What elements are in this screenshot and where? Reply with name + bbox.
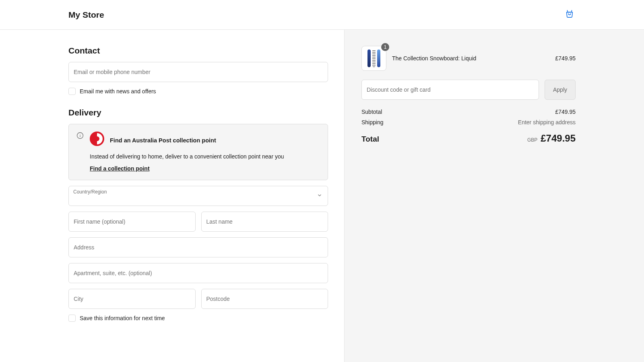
subtotal-label: Subtotal — [361, 109, 382, 115]
address-input[interactable] — [68, 237, 328, 257]
apartment-input[interactable] — [68, 263, 328, 283]
shipping-label: Shipping — [361, 119, 384, 125]
subtotal-value: £749.95 — [555, 109, 576, 115]
news-offers-label: Email me with news and offers — [80, 88, 156, 95]
postcode-input[interactable] — [201, 289, 328, 309]
shipping-value: Enter shipping address — [518, 119, 576, 125]
city-input[interactable] — [68, 289, 196, 309]
product-title: The Collection Snowboard: Liquid — [392, 55, 549, 62]
contact-section: Contact Email me with news and offers — [68, 46, 328, 95]
collection-point-notice: Find an Australia Post collection point … — [68, 124, 328, 180]
shopping-bag-icon — [565, 14, 574, 20]
page-header: My Store — [0, 0, 644, 30]
svg-point-2 — [80, 134, 80, 134]
product-thumbnail: 1 — [361, 46, 386, 71]
currency-code: GBP — [527, 137, 537, 143]
save-info-checkbox[interactable] — [68, 315, 76, 322]
save-info-label: Save this information for next time — [80, 315, 165, 321]
news-offers-checkbox[interactable] — [68, 88, 76, 95]
cart-line-item: 1 The Collection Snowboard: Liquid £749.… — [361, 46, 576, 71]
apply-discount-button[interactable]: Apply — [545, 80, 576, 100]
info-icon — [76, 132, 84, 172]
total-label: Total — [361, 135, 379, 144]
line-item-price: £749.95 — [555, 55, 576, 62]
news-offers-row[interactable]: Email me with news and offers — [68, 88, 328, 95]
country-select[interactable] — [68, 186, 328, 206]
contact-title: Contact — [68, 46, 328, 56]
first-name-input[interactable] — [68, 212, 196, 232]
save-info-row[interactable]: Save this information for next time — [68, 315, 328, 322]
collection-point-desc: Instead of delivering to home, deliver t… — [90, 153, 320, 160]
quantity-badge: 1 — [381, 43, 389, 51]
last-name-input[interactable] — [201, 212, 328, 232]
collection-point-title: Find an Australia Post collection point — [110, 134, 216, 144]
delivery-title: Delivery — [68, 108, 328, 117]
total-amount: £749.95 — [541, 133, 576, 144]
contact-email-input[interactable] — [68, 62, 328, 82]
order-summary: 1 The Collection Snowboard: Liquid £749.… — [345, 30, 644, 362]
find-collection-point-link[interactable]: Find a collection point — [90, 165, 150, 172]
cart-button[interactable] — [564, 8, 576, 21]
store-brand: My Store — [68, 10, 104, 20]
discount-code-input[interactable] — [361, 80, 539, 100]
delivery-section: Delivery — [68, 108, 328, 322]
snowboard-icon — [367, 49, 380, 67]
australia-post-logo-icon — [90, 132, 104, 146]
country-select-wrap: Country/Region — [68, 186, 328, 206]
